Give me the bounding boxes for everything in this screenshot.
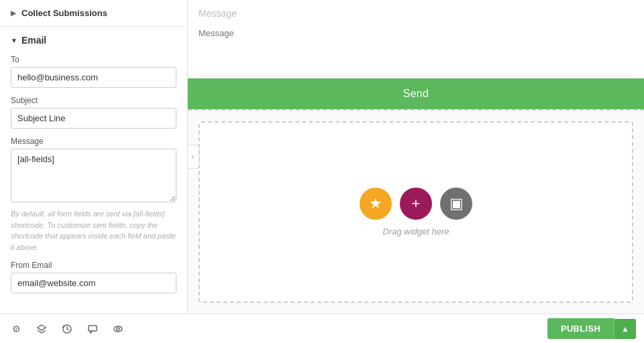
- svg-rect-2: [89, 326, 97, 331]
- drop-zone[interactable]: ★ + ▣ Drag widget here: [199, 121, 633, 303]
- subject-label: Subject: [11, 96, 176, 105]
- publish-button[interactable]: PUBLISH: [547, 318, 614, 339]
- settings-icon[interactable]: ⚙: [8, 321, 24, 337]
- sidebar: ▶ Collect Submissions ▼ Email To Subject…: [0, 0, 188, 314]
- message-label: Message: [11, 137, 176, 146]
- collect-submissions-arrow-icon: ▶: [11, 9, 16, 17]
- preview-message-label: Message: [199, 8, 633, 19]
- plus-widget-icon[interactable]: +: [400, 188, 432, 220]
- collapse-handle[interactable]: ‹: [188, 145, 199, 169]
- to-field-group: To: [11, 55, 176, 88]
- eye-icon[interactable]: [110, 321, 126, 337]
- to-input[interactable]: [11, 67, 176, 88]
- bottom-toolbar: ⚙ PUBLISH ▲: [0, 314, 644, 343]
- svg-marker-0: [38, 325, 46, 330]
- collect-submissions-header[interactable]: ▶ Collect Submissions: [0, 0, 187, 27]
- from-email-input[interactable]: [11, 273, 176, 293]
- message-area-wrapper: Message: [188, 0, 644, 78]
- email-section: ▼ Email To Subject Message [all-fields] …: [0, 27, 187, 310]
- email-section-label: Email: [21, 35, 46, 46]
- message-field-group: Message [all-fields] By default, all for…: [11, 137, 176, 253]
- svg-point-4: [117, 328, 119, 330]
- publish-dropdown-button[interactable]: ▲: [614, 319, 636, 339]
- subject-input[interactable]: [11, 108, 176, 129]
- layers-icon[interactable]: [34, 321, 50, 337]
- hint-text: By default, all form fields are sent via…: [11, 208, 176, 253]
- email-section-header[interactable]: ▼ Email: [11, 35, 176, 46]
- send-button[interactable]: Send: [188, 78, 644, 109]
- drag-label: Drag widget here: [383, 226, 449, 236]
- message-textarea[interactable]: [all-fields]: [11, 149, 176, 202]
- subject-field-group: Subject: [11, 96, 176, 129]
- comment-icon[interactable]: [85, 321, 101, 337]
- publish-group: PUBLISH ▲: [547, 318, 636, 339]
- to-label: To: [11, 55, 176, 64]
- from-email-label: From Email: [11, 261, 176, 270]
- right-panel: ‹ Message Send ★ + ▣ Drag widget here: [188, 0, 644, 314]
- square-widget-icon[interactable]: ▣: [440, 188, 472, 220]
- from-email-field-group: From Email: [11, 261, 176, 293]
- star-widget-icon[interactable]: ★: [360, 188, 392, 220]
- preview-message-input[interactable]: [199, 23, 633, 76]
- svg-point-3: [114, 326, 122, 332]
- collapse-icon: ‹: [192, 152, 195, 161]
- collect-submissions-label: Collect Submissions: [21, 8, 107, 18]
- form-preview: Message Send: [188, 0, 644, 111]
- widget-icons-group: ★ + ▣: [360, 188, 472, 220]
- history-icon[interactable]: [59, 321, 75, 337]
- email-arrow-icon: ▼: [11, 37, 17, 44]
